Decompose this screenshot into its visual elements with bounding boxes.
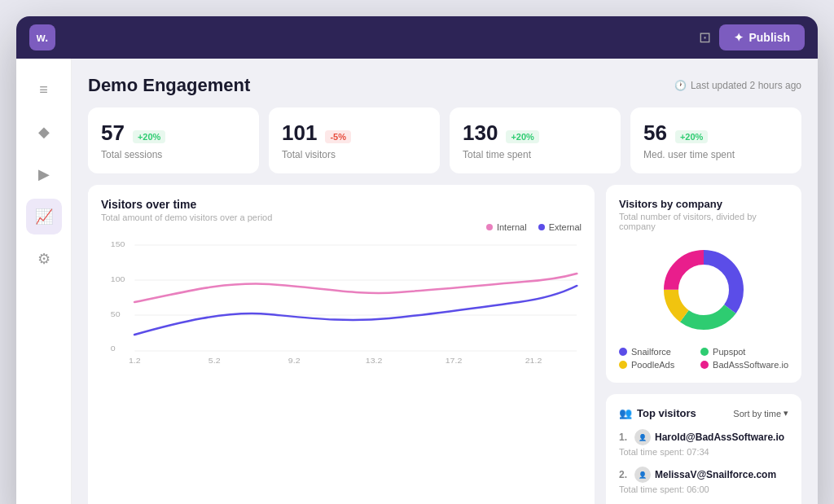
- sidebar-item-analytics[interactable]: 📈: [26, 199, 62, 234]
- donut-legend: Snailforce Pupspot PoodleAds: [619, 347, 788, 370]
- svg-text:150: 150: [111, 240, 125, 248]
- top-visitors-icon: 👥: [619, 407, 632, 419]
- legend-internal-label: Internal: [497, 222, 527, 232]
- visitor-name-2: MelissaV@Snailforce.com: [655, 469, 776, 480]
- stats-row: 57 +20% Total sessions 101 -5% Total vis…: [88, 107, 801, 173]
- legend-snailforce: Snailforce: [619, 347, 694, 357]
- top-visitor-2: 2. 👤 MelissaV@Snailforce.com Total time …: [619, 467, 788, 494]
- legend-poodleads-label: PoodleAds: [631, 360, 674, 370]
- line-chart-svg: 150 100 50 0 1.2: [101, 237, 582, 367]
- legend-pupspot-dot: [700, 348, 709, 356]
- menu-icon: ≡: [39, 81, 48, 99]
- stat-label-time: Total time spent: [463, 149, 608, 160]
- svg-text:1.2: 1.2: [129, 357, 141, 365]
- sidebar-item-play[interactable]: ▶: [26, 156, 62, 192]
- legend-badass: BadAssSoftware.io: [700, 360, 788, 370]
- sidebar-item-shapes[interactable]: ◆: [26, 114, 62, 150]
- stat-card-time: 130 +20% Total time spent: [450, 107, 621, 173]
- app-logo: w.: [29, 24, 55, 50]
- legend-internal: Internal: [486, 222, 527, 232]
- donut-chart-svg: [655, 241, 753, 339]
- svg-text:21.2: 21.2: [525, 357, 542, 365]
- page-title: Demo Engagement: [88, 75, 250, 96]
- analytics-icon: 📈: [35, 208, 53, 226]
- top-visitor-1: 1. 👤 Harold@BadAssSoftware.io Total time…: [619, 429, 788, 457]
- stat-card-med-time: 56 +20% Med. user time spent: [630, 107, 801, 173]
- svg-text:0: 0: [111, 344, 116, 353]
- legend-snailforce-dot: [619, 348, 627, 356]
- chart-subtitle: Total amount of demo visitors over a per…: [101, 213, 582, 222]
- stat-card-visitors: 101 -5% Total visitors: [269, 107, 440, 173]
- sidebar-item-settings[interactable]: ⚙: [26, 241, 62, 277]
- svg-text:13.2: 13.2: [366, 357, 383, 365]
- svg-text:5.2: 5.2: [208, 357, 221, 365]
- svg-text:100: 100: [111, 275, 125, 283]
- clock-icon: 🕐: [674, 80, 687, 91]
- legend-badass-label: BadAssSoftware.io: [713, 360, 788, 370]
- stat-value-sessions: 57: [101, 121, 125, 146]
- play-icon: ▶: [38, 165, 50, 183]
- stat-card-sessions: 57 +20% Total sessions: [88, 107, 259, 173]
- legend-internal-dot: [486, 224, 493, 230]
- visitor-time-1: Total time spent: 07:34: [619, 447, 788, 457]
- legend-poodleads-dot: [619, 361, 627, 369]
- visitor-avatar-1: 👤: [634, 429, 651, 445]
- stat-label-sessions: Total sessions: [101, 149, 246, 160]
- chevron-down-icon: ▾: [784, 408, 788, 419]
- chart-legend: Internal External: [101, 222, 582, 232]
- save-icon-button[interactable]: ⊡: [699, 28, 711, 46]
- main-layout: ≡ ◆ ▶ 📈 ⚙ Demo Engagement 🕐 Last upd: [16, 59, 818, 504]
- svg-text:50: 50: [111, 310, 121, 318]
- donut-subtitle: Total number of visitors, divided by com…: [619, 212, 788, 231]
- stat-badge-sessions: +20%: [133, 130, 165, 143]
- visitor-name-1: Harold@BadAssSoftware.io: [655, 432, 784, 443]
- right-column: Visitors by company Total number of visi…: [606, 185, 801, 504]
- middle-row: Visitors over time Total amount of demo …: [88, 185, 801, 504]
- stat-value-med-time: 56: [643, 121, 667, 146]
- stat-badge-time: +20%: [506, 130, 538, 143]
- sidebar: ≡ ◆ ▶ 📈 ⚙: [16, 59, 72, 504]
- legend-snailforce-label: Snailforce: [631, 347, 671, 357]
- legend-pupspot: Pupspot: [700, 347, 788, 357]
- visitor-num-1: 1.: [619, 432, 627, 443]
- sidebar-item-menu[interactable]: ≡: [26, 72, 62, 107]
- stat-value-time: 130: [463, 121, 498, 146]
- sort-dropdown[interactable]: Sort by time ▾: [733, 408, 788, 419]
- shapes-icon: ◆: [38, 123, 50, 141]
- donut-title: Visitors by company: [619, 198, 788, 210]
- last-updated: 🕐 Last updated 2 hours ago: [674, 80, 801, 91]
- visitors-by-company-card: Visitors by company Total number of visi…: [606, 185, 801, 383]
- visitor-num-2: 2.: [619, 469, 627, 480]
- legend-external-label: External: [549, 222, 582, 232]
- legend-poodleads: PoodleAds: [619, 360, 694, 370]
- browser-toolbar: w. ⊡ ✦ Publish: [16, 16, 818, 59]
- publish-icon: ✦: [734, 31, 744, 44]
- top-visitors-card: 👥 Top visitors Sort by time ▾ 1.: [606, 394, 801, 504]
- chart-title: Visitors over time: [101, 198, 582, 211]
- visitor-avatar-2: 👤: [634, 467, 651, 483]
- settings-icon: ⚙: [37, 250, 50, 268]
- stat-value-visitors: 101: [282, 121, 317, 146]
- visitors-over-time-panel: Visitors over time Total amount of demo …: [88, 185, 595, 504]
- stat-badge-med-time: +20%: [675, 130, 708, 143]
- svg-text:9.2: 9.2: [288, 357, 301, 365]
- legend-badass-dot: [700, 361, 709, 369]
- stat-label-visitors: Total visitors: [282, 149, 427, 160]
- publish-button[interactable]: ✦ Publish: [719, 24, 805, 50]
- legend-external: External: [538, 222, 582, 232]
- legend-pupspot-label: Pupspot: [713, 347, 745, 357]
- donut-chart-container: [619, 241, 788, 339]
- visitor-time-2: Total time spent: 06:00: [619, 484, 788, 494]
- publish-label: Publish: [748, 31, 790, 44]
- content-area: Demo Engagement 🕐 Last updated 2 hours a…: [72, 59, 818, 504]
- donut-center: [681, 267, 726, 313]
- page-header: Demo Engagement 🕐 Last updated 2 hours a…: [88, 75, 801, 96]
- svg-text:17.2: 17.2: [446, 357, 463, 365]
- toolbar-right: ⊡ ✦ Publish: [699, 24, 805, 50]
- stat-label-med-time: Med. user time spent: [643, 149, 788, 160]
- stat-badge-visitors: -5%: [325, 130, 351, 143]
- top-visitors-header: 👥 Top visitors Sort by time ▾: [619, 407, 788, 419]
- browser-window: w. ⊡ ✦ Publish ≡ ◆ ▶ 📈 ⚙: [16, 16, 818, 504]
- legend-external-dot: [538, 224, 545, 230]
- top-visitors-title: 👥 Top visitors: [619, 407, 696, 419]
